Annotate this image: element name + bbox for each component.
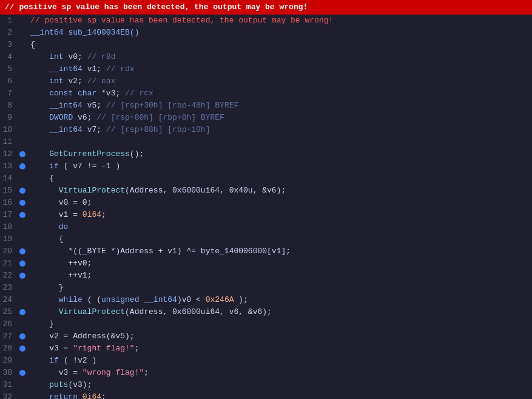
line-number: 32 — [0, 391, 19, 399]
line-number: 7 — [0, 87, 19, 100]
code-line-content: if ( !v2 ) — [28, 355, 532, 367]
code-container: // positive sp value has been detected, … — [0, 0, 532, 399]
code-line-content: __int64 sub_1400034EB() — [28, 27, 532, 39]
table-row: 31 puts(v3); — [0, 379, 532, 391]
code-line-content: const char *v3; // rcx — [28, 87, 532, 100]
table-row: 27 v2 = Address(&v5); — [0, 330, 532, 343]
code-area: 1// positive sp value has been detected,… — [0, 15, 532, 399]
code-line-content: int v2; // eax — [28, 75, 532, 87]
table-row: 18 do — [0, 221, 532, 233]
code-line-content: if ( v7 != -1 ) — [28, 160, 532, 172]
line-number: 15 — [0, 185, 19, 197]
table-row: 32 return 0i64; — [0, 391, 532, 399]
line-number: 26 — [0, 318, 19, 330]
code-line-content: // positive sp value has been detected, … — [28, 15, 532, 27]
table-row: 17 v1 = 0i64; — [0, 209, 532, 221]
code-line-content: } — [28, 282, 532, 294]
table-row: 16 v0 = 0; — [0, 197, 532, 209]
code-line-content: *((_BYTE *)Address + v1) ^= byte_1400060… — [28, 245, 532, 257]
code-line-content: ++v1; — [28, 270, 532, 282]
line-number: 22 — [0, 270, 19, 282]
code-line-content: DWORD v6; // [rsp+80h] [rbp+8h] BYREF — [28, 112, 532, 124]
code-line-content: do — [28, 221, 532, 233]
table-row: 29 if ( !v2 ) — [0, 355, 532, 367]
table-row: 3{ — [0, 39, 532, 51]
line-number: 5 — [0, 63, 19, 75]
line-number: 16 — [0, 197, 19, 209]
table-row: 23 } — [0, 282, 532, 294]
code-line-content: VirtualProtect(Address, 0x6000ui64, 0x40… — [28, 185, 532, 197]
breakpoint-dot[interactable] — [19, 163, 25, 169]
line-number: 1 — [0, 15, 19, 27]
line-number: 6 — [0, 75, 19, 87]
table-row: 20 *((_BYTE *)Address + v1) ^= byte_1400… — [0, 245, 532, 257]
code-line-content: v0 = 0; — [28, 197, 532, 209]
table-row: 13 if ( v7 != -1 ) — [0, 160, 532, 172]
line-number: 30 — [0, 367, 19, 379]
line-number: 27 — [0, 330, 19, 343]
table-row: 1// positive sp value has been detected,… — [0, 15, 532, 27]
line-number: 31 — [0, 379, 19, 391]
code-line-content: __int64 v7; // [rsp+88h] [rbp+10h] — [28, 124, 532, 136]
code-line-content: GetCurrentProcess(); — [28, 148, 532, 160]
line-number: 21 — [0, 257, 19, 270]
line-number: 19 — [0, 233, 19, 245]
line-number: 25 — [0, 306, 19, 318]
code-line-content: while ( (unsigned __int64)v0 < 0x246A ); — [28, 294, 532, 306]
breakpoint-dot[interactable] — [19, 309, 25, 315]
code-line-content: } — [28, 318, 532, 330]
breakpoint-dot[interactable] — [19, 188, 25, 194]
table-row: 6 int v2; // eax — [0, 75, 532, 87]
code-line-content: puts(v3); — [28, 379, 532, 391]
line-number: 20 — [0, 245, 19, 257]
code-line-content: { — [28, 39, 532, 51]
breakpoint-dot[interactable] — [19, 151, 25, 157]
table-row: 19 { — [0, 233, 532, 245]
code-line-content: v3 = "wrong flag!"; — [28, 367, 532, 379]
line-number: 9 — [0, 112, 19, 124]
breakpoint-dot[interactable] — [19, 370, 25, 376]
breakpoint-dot[interactable] — [19, 212, 25, 218]
table-row: 4 int v0; // r8d — [0, 51, 532, 63]
table-row: 21 ++v0; — [0, 257, 532, 270]
code-line-content: { — [28, 172, 532, 185]
line-number: 29 — [0, 355, 19, 367]
code-line-content: __int64 v1; // rdx — [28, 63, 532, 75]
warning-bar: // positive sp value has been detected, … — [0, 0, 532, 15]
breakpoint-dot[interactable] — [19, 333, 25, 339]
table-row: 14 { — [0, 172, 532, 185]
table-row: 9 DWORD v6; // [rsp+80h] [rbp+8h] BYREF — [0, 112, 532, 124]
table-row: 8 __int64 v5; // [rsp+30h] [rbp-48h] BYR… — [0, 100, 532, 112]
breakpoint-dot[interactable] — [19, 273, 25, 279]
breakpoint-dot[interactable] — [19, 261, 25, 267]
line-number: 11 — [0, 136, 19, 148]
table-row: 12 GetCurrentProcess(); — [0, 148, 532, 160]
line-number: 12 — [0, 148, 19, 160]
breakpoint-dot[interactable] — [19, 200, 25, 206]
breakpoint-dot[interactable] — [19, 248, 25, 254]
table-row: 28 v3 = "right flag!"; — [0, 343, 532, 355]
line-number: 14 — [0, 172, 19, 185]
code-line-content: v3 = "right flag!"; — [28, 343, 532, 355]
line-number: 8 — [0, 100, 19, 112]
line-number: 28 — [0, 343, 19, 355]
table-row: 2__int64 sub_1400034EB() — [0, 27, 532, 39]
table-row: 5 __int64 v1; // rdx — [0, 63, 532, 75]
line-number: 18 — [0, 221, 19, 233]
line-number: 23 — [0, 282, 19, 294]
code-line-content: int v0; // r8d — [28, 51, 532, 63]
breakpoint-dot[interactable] — [19, 346, 25, 352]
code-line-content: return 0i64; — [28, 391, 532, 399]
code-line-content: v2 = Address(&v5); — [28, 330, 532, 343]
table-row: 15 VirtualProtect(Address, 0x6000ui64, 0… — [0, 185, 532, 197]
code-line-content: __int64 v5; // [rsp+30h] [rbp-48h] BYREF — [28, 100, 532, 112]
table-row: 7 const char *v3; // rcx — [0, 87, 532, 100]
code-line-content: { — [28, 233, 532, 245]
line-number: 17 — [0, 209, 19, 221]
table-row: 26 } — [0, 318, 532, 330]
table-row: 11 — [0, 136, 532, 148]
line-number: 13 — [0, 160, 19, 172]
table-row: 30 v3 = "wrong flag!"; — [0, 367, 532, 379]
table-row: 25 VirtualProtect(Address, 0x6000ui64, v… — [0, 306, 532, 318]
line-number: 24 — [0, 294, 19, 306]
